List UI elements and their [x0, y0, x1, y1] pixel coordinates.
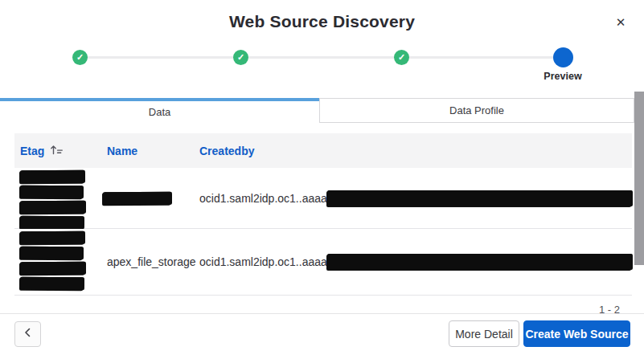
- redacted-text-bar: [20, 277, 84, 291]
- redacted-text-bar: [20, 201, 85, 214]
- pagination-clip: 1 - 2: [585, 304, 634, 313]
- redacted-text-bar: [20, 262, 85, 275]
- tab-data-profile[interactable]: Data Profile: [319, 98, 634, 123]
- redacted-text-bar: [20, 216, 84, 230]
- table-row: apex_file_storage ocid1.saml2idp.oc1..aa…: [14, 229, 632, 296]
- etag-cell-redacted: [20, 170, 85, 229]
- scrollbar-thumb[interactable]: [634, 92, 644, 265]
- step-2-complete[interactable]: ✓: [233, 50, 248, 65]
- current-step-label: Preview: [531, 71, 595, 82]
- createdby-cell-redacted: [327, 190, 632, 206]
- redacted-text-bar: [20, 247, 83, 259]
- stepper-connector-line: [80, 56, 563, 59]
- back-button[interactable]: [14, 321, 41, 347]
- column-header-etag-label: Etag: [20, 145, 44, 157]
- redacted-text-bar: [20, 231, 84, 245]
- table-header-row: Etag Name Createdby: [14, 133, 632, 168]
- step-4-current[interactable]: [553, 47, 573, 67]
- chevron-left-icon: [21, 325, 35, 343]
- tab-bar: Data Data Profile: [0, 98, 634, 123]
- tab-data-label: Data: [149, 106, 170, 118]
- column-header-createdby[interactable]: Createdby: [199, 145, 254, 157]
- check-icon: ✓: [76, 52, 84, 63]
- create-web-source-button[interactable]: Create Web Source: [523, 320, 630, 347]
- pagination-range: 1 - 2: [585, 304, 634, 313]
- close-button[interactable]: ✕: [610, 12, 631, 33]
- close-icon: ✕: [616, 15, 626, 29]
- redacted-text-bar: [20, 170, 84, 184]
- etag-cell-redacted: [20, 231, 85, 290]
- table-row: ocid1.saml2idp.oc1..aaaaaaaat: [14, 168, 632, 229]
- name-cell-redacted: [103, 191, 171, 204]
- tab-data-profile-label: Data Profile: [449, 104, 504, 116]
- dialog-title: Web Source Discovery: [0, 12, 644, 31]
- dialog-footer: More Detail Create Web Source: [0, 313, 644, 359]
- column-header-createdby-label: Createdby: [199, 145, 254, 157]
- check-icon: ✓: [237, 52, 244, 63]
- column-header-name[interactable]: Name: [107, 145, 137, 157]
- column-header-etag[interactable]: Etag: [20, 144, 63, 157]
- more-detail-button[interactable]: More Detail: [449, 320, 519, 347]
- web-source-discovery-dialog: Web Source Discovery ✕ ✓ ✓ ✓ Preview Dat…: [0, 0, 644, 359]
- step-1-complete[interactable]: ✓: [72, 50, 88, 65]
- sort-ascending-icon: [50, 144, 63, 157]
- tab-data[interactable]: Data: [0, 98, 319, 123]
- preview-table: Etag Name Createdby: [14, 133, 632, 296]
- step-3-complete[interactable]: ✓: [394, 50, 409, 65]
- check-icon: ✓: [398, 52, 405, 63]
- column-header-name-label: Name: [107, 145, 137, 157]
- name-cell: apex_file_storage: [107, 255, 196, 268]
- createdby-cell-redacted: [327, 254, 632, 270]
- redacted-text-bar: [20, 186, 83, 198]
